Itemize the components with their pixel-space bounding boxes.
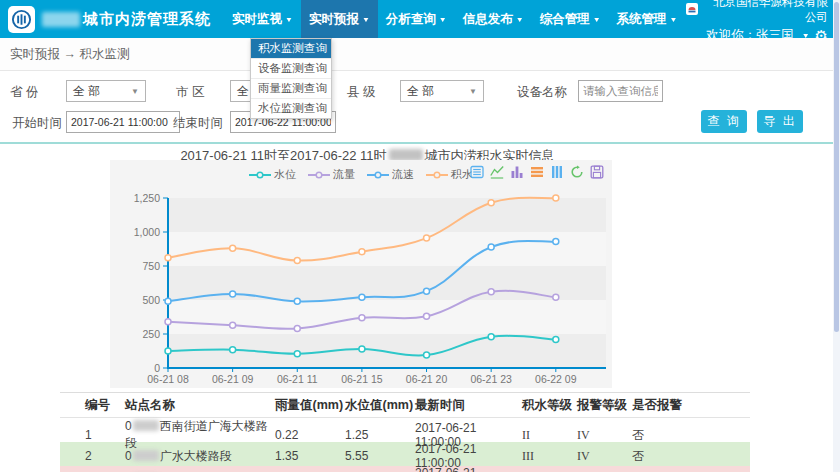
table-row: 3 0大楼路段 0.50 888 2017-06-21 11:00:00 I I… <box>60 466 750 472</box>
station-table: 编号 站点名称 雨量值(mm) 水位值(mm) 最新时间 积水等级 报警等级 是… <box>60 392 750 472</box>
legend-item-水位[interactable]: 水位 <box>249 167 296 182</box>
toolbox-bar-chart-icon[interactable] <box>510 165 524 179</box>
chevron-down-icon: ▼ <box>362 15 370 23</box>
welcome-user[interactable]: 欢迎你：张三国 <box>706 27 794 44</box>
col-header-level: 积水等级 <box>522 397 577 414</box>
chevron-down-icon: ▼ <box>439 15 447 23</box>
cell-rain: 0.22 <box>275 428 345 442</box>
nav-item-realtime-monitor[interactable]: 实时监视▼ <box>224 0 301 38</box>
vertical-scrollbar <box>833 0 840 472</box>
legend-label: 流速 <box>392 167 414 182</box>
legend-item-流速[interactable]: 流速 <box>367 167 414 182</box>
svg-text:250: 250 <box>142 328 160 340</box>
settings-gear-icon[interactable]: ⚙ <box>815 28 828 43</box>
menu-item-rainfall-monitor-query[interactable]: 雨量监测查询 <box>251 79 331 99</box>
scrollbar-thumb[interactable] <box>834 2 839 332</box>
cell-water: 1.25 <box>345 428 415 442</box>
cell-time: 2017-06-21 11:00:00 <box>415 466 522 472</box>
system-logo-icon <box>8 6 35 33</box>
start-time-input[interactable] <box>66 111 180 133</box>
svg-text:06-21 11: 06-21 11 <box>277 373 318 385</box>
province-label: 省 份 <box>10 84 38 101</box>
forecast-dropdown-menu: 积水监测查询 设备监测查询 雨量监测查询 水位监测查询 <box>250 38 332 119</box>
censored-text <box>133 450 159 461</box>
svg-text:06-21 20: 06-21 20 <box>406 373 448 385</box>
chevron-down-icon: ▼ <box>516 15 524 23</box>
chevron-down-icon: ▼ <box>593 15 601 23</box>
toolbox-restore-icon[interactable] <box>570 165 584 179</box>
nav-item-info-publish[interactable]: 信息发布▼ <box>455 0 532 38</box>
censored-text <box>133 420 159 431</box>
nav-item-system-manage[interactable]: 系统管理▼ <box>609 0 686 38</box>
svg-text:500: 500 <box>142 294 160 306</box>
county-select[interactable]: 全 部▼ <box>400 80 484 102</box>
svg-text:1,000: 1,000 <box>134 226 160 238</box>
province-select[interactable]: 全 部▼ <box>66 80 146 102</box>
toolbox-stack-icon[interactable] <box>530 165 544 179</box>
svg-text:06-21 09: 06-21 09 <box>212 373 254 385</box>
toolbox-save-image-icon[interactable] <box>590 165 604 179</box>
menu-item-waterlevel-monitor-query[interactable]: 水位监测查询 <box>251 99 331 118</box>
svg-text:1,250: 1,250 <box>134 192 160 204</box>
cell-alarm-level: IV <box>577 449 632 464</box>
nav-item-realtime-forecast[interactable]: 实时预报▼ <box>301 0 378 38</box>
col-header-water: 水位值(mm) <box>345 397 415 414</box>
legend-item-积水[interactable]: 积水 <box>426 167 473 182</box>
toolbox-line-chart-icon[interactable] <box>490 165 504 179</box>
svg-text:06-21 08: 06-21 08 <box>147 373 189 385</box>
company-info: 北京国信华源科技有限公司 <box>686 0 828 25</box>
svg-text:750: 750 <box>142 260 160 272</box>
col-header-time: 最新时间 <box>415 397 522 414</box>
end-time-label: 结束时间 <box>173 115 223 132</box>
chevron-down-icon: ▼ <box>131 87 139 96</box>
legend-item-流量[interactable]: 流量 <box>308 167 355 182</box>
nav-item-analysis-query[interactable]: 分析查询▼ <box>378 0 455 38</box>
system-title-text: 城市内涝管理系统 <box>83 10 211 29</box>
top-navbar: 城市内涝管理系统 实时监视▼ 实时预报▼ 分析查询▼ 信息发布▼ 综合管理▼ 系… <box>0 0 840 38</box>
menu-item-device-monitor-query[interactable]: 设备监测查询 <box>251 59 331 79</box>
col-header-alarm-level: 报警等级 <box>577 397 632 414</box>
nav-item-general-manage[interactable]: 综合管理▼ <box>532 0 609 38</box>
toolbox-data-view-icon[interactable] <box>470 165 484 179</box>
cell-alarmed: 否 <box>632 427 692 444</box>
cell-alarmed: 否 <box>632 448 692 465</box>
col-header-alarmed: 是否报警 <box>632 397 692 414</box>
county-label: 县 级 <box>347 84 375 101</box>
svg-text:0: 0 <box>154 362 160 374</box>
export-button[interactable]: 导 出 <box>757 110 803 133</box>
svg-text:06-22 09: 06-22 09 <box>535 373 577 385</box>
col-header-station: 站点名称 <box>125 397 275 414</box>
cell-level: III <box>522 449 577 464</box>
cell-rain: 1.35 <box>275 449 345 463</box>
device-name-label: 设备名称 <box>517 84 567 101</box>
system-title: 城市内涝管理系统 <box>42 10 211 29</box>
table-row: 1 0西南街道广海大楼路段 0.22 1.25 2017-06-21 11:00… <box>60 418 750 442</box>
start-time-label: 开始时间 <box>12 115 62 132</box>
device-name-input[interactable] <box>578 80 663 102</box>
legend-label: 流量 <box>333 167 355 182</box>
cell-id: 2 <box>85 449 125 463</box>
chevron-down-icon: ▼ <box>285 15 293 23</box>
line-chart: 02505007501,0001,25006-21 0806-21 0906-2… <box>110 160 612 388</box>
chevron-down-icon: ▼ <box>670 15 678 23</box>
cell-alarm-level: IV <box>577 428 632 443</box>
city-label: 市 区 <box>176 84 204 101</box>
chevron-down-icon: ▼ <box>802 31 810 39</box>
chart-panel: 水位流量流速积水 02505007501,0001,25006-21 0806-… <box>110 160 612 388</box>
svg-text:06-21 23: 06-21 23 <box>470 373 512 385</box>
cell-level: II <box>522 428 577 443</box>
section-divider <box>0 142 833 144</box>
app-window: 城市内涝管理系统 实时监视▼ 实时预报▼ 分析查询▼ 信息发布▼ 综合管理▼ 系… <box>0 0 840 472</box>
welcome-area: 欢迎你：张三国 ▼ ⚙ <box>686 27 828 44</box>
cell-id: 1 <box>85 428 125 442</box>
cell-water: 5.55 <box>345 449 415 463</box>
query-button[interactable]: 查 询 <box>701 110 747 133</box>
main-nav: 实时监视▼ 实时预报▼ 分析查询▼ 信息发布▼ 综合管理▼ 系统管理▼ <box>224 0 686 38</box>
legend-label: 水位 <box>274 167 296 182</box>
chart-toolbox <box>470 165 604 179</box>
menu-item-water-accumulation-query[interactable]: 积水监测查询 <box>251 39 331 59</box>
topbar-right: 北京国信华源科技有限公司 欢迎你：张三国 ▼ ⚙ <box>686 0 828 44</box>
company-logo-icon <box>686 3 698 17</box>
col-header-rain: 雨量值(mm) <box>275 397 345 414</box>
toolbox-tiled-icon[interactable] <box>550 165 564 179</box>
